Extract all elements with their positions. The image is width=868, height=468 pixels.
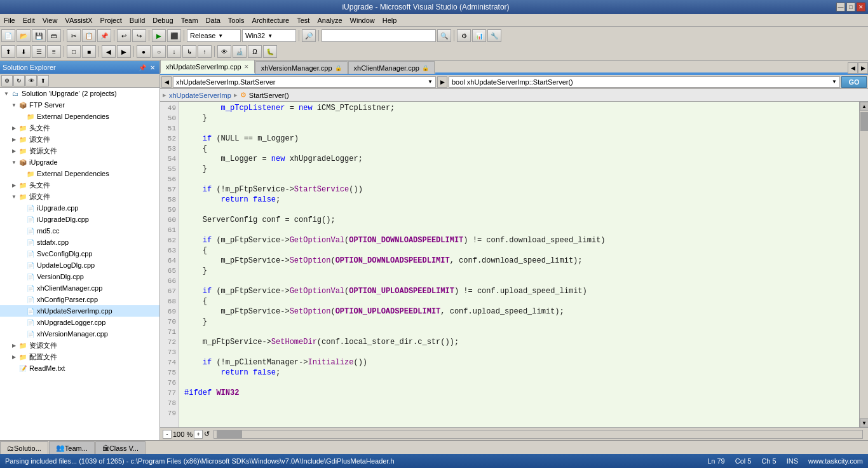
tb-saveall[interactable]: 🗃	[47, 29, 61, 42]
tb2-step2[interactable]: ↳	[182, 45, 196, 58]
menu-help[interactable]: Help	[379, 14, 401, 26]
tb2-nav-fwd[interactable]: ▶	[117, 45, 131, 58]
tree-ftp-res[interactable]: ▶ 📁 资源文件	[0, 145, 159, 156]
tb-paste[interactable]: 📌	[97, 29, 111, 42]
iupgrade-config-expand[interactable]: ▶	[10, 353, 18, 361]
se-refresh[interactable]: ↻	[13, 75, 25, 86]
menu-team[interactable]: Team	[177, 14, 202, 26]
tab-xhclientmanager[interactable]: xhClientManager.cpp 🔒	[348, 61, 435, 74]
menu-architecture[interactable]: Architecture	[248, 14, 294, 26]
tb2-5[interactable]: □	[67, 45, 81, 58]
tb-debug-stop[interactable]: ⬛	[167, 29, 181, 42]
tree-xhversionmgr-cpp[interactable]: 📄 xhVersionManager.cpp	[0, 328, 159, 340]
se-collapse[interactable]: ⬆	[37, 75, 49, 86]
h-scrollbar[interactable]	[214, 430, 863, 439]
tree-iupgrade[interactable]: ▼ 📦 iUpgrade	[0, 156, 159, 168]
go-button[interactable]: GO	[841, 76, 867, 88]
menu-view[interactable]: View	[39, 14, 62, 26]
tb2-step3[interactable]: ↑	[198, 45, 212, 58]
menu-debug[interactable]: Debug	[149, 14, 177, 26]
tb2-step[interactable]: ↓	[167, 45, 181, 58]
menu-data[interactable]: Data	[202, 14, 224, 26]
tree-solution[interactable]: ▼ 🗂 Solution 'iUpgrade' (2 projects)	[0, 88, 159, 99]
solution-expand-icon[interactable]: ▼	[3, 90, 10, 97]
tb-cut[interactable]: ✂	[67, 29, 81, 42]
menu-test[interactable]: Test	[293, 14, 313, 26]
search-input[interactable]	[322, 29, 436, 42]
ftp-header-expand[interactable]: ▶	[10, 124, 18, 132]
tree-xhclientmgr-cpp[interactable]: 📄 xhClientManager.cpp	[0, 282, 159, 294]
scroll-up[interactable]: ▲	[860, 102, 868, 111]
tree-ftp-server[interactable]: ▼ 📦 FTP Server	[0, 99, 159, 111]
tb2-3[interactable]: ☰	[32, 45, 46, 58]
tree-xhconfigparser-cpp[interactable]: 📄 xhConfigParser.cpp	[0, 294, 159, 305]
tree-iupgrade-header[interactable]: ▶ 📁 头文件	[0, 179, 159, 191]
se-close[interactable]: ✕	[148, 63, 157, 72]
tree-md5-cc[interactable]: 📄 md5.cc	[0, 225, 159, 237]
zoom-in[interactable]: +	[194, 430, 203, 439]
tb-search-go[interactable]: 🔍	[437, 29, 451, 42]
tab-scroll-left[interactable]: ◀	[848, 62, 858, 74]
tb2-watch[interactable]: 👁	[217, 45, 231, 58]
code-editor[interactable]: m_pTcpListener = new iCMS_PTcpListner; }…	[179, 102, 859, 427]
tb2-nav-back[interactable]: ◀	[102, 45, 116, 58]
zoom-reset[interactable]: ↺	[204, 430, 210, 438]
menu-window[interactable]: Window	[346, 14, 379, 26]
tb2-watch2[interactable]: 🔬	[233, 45, 247, 58]
iupgrade-expand[interactable]: ▼	[10, 158, 18, 166]
tb2-1[interactable]: ⬆	[1, 45, 15, 58]
tb2-mem[interactable]: Ω	[248, 45, 262, 58]
tb-copy[interactable]: 📋	[82, 29, 96, 42]
tab-xhversionmanager[interactable]: xhVersionManager.cpp 🔒	[255, 61, 348, 74]
menu-edit[interactable]: Edit	[19, 14, 39, 26]
se-pin[interactable]: 📌	[138, 63, 147, 72]
se-properties[interactable]: ⚙	[1, 75, 13, 86]
tb-more2[interactable]: 📊	[472, 29, 486, 42]
menu-analyze[interactable]: Analyze	[313, 14, 346, 26]
nav-left-prev[interactable]: ◀	[161, 76, 172, 88]
tree-readme[interactable]: 📝 ReadMe.txt	[0, 362, 159, 374]
iupgrade-extdeps-expand[interactable]	[18, 170, 25, 177]
scroll-thumb[interactable]	[860, 112, 868, 131]
tree-iupgrade-cpp[interactable]: 📄 iUpgrade.cpp	[0, 202, 159, 214]
tree-xhupgradelogger-cpp[interactable]: 📄 xhUpgradeLogger.cpp	[0, 317, 159, 328]
tree-ftp-header[interactable]: ▶ 📁 头文件	[0, 122, 159, 134]
menu-file[interactable]: File	[0, 14, 19, 26]
tab-scroll-right[interactable]: ▶	[858, 62, 868, 74]
tree-iupgrade-source[interactable]: ▼ 📁 源文件	[0, 191, 159, 202]
tb-debug-start[interactable]: ▶	[152, 29, 166, 42]
tree-iupgrade-res[interactable]: ▶ 📁 资源文件	[0, 340, 159, 351]
tb-icon1[interactable]: 🔎	[302, 29, 316, 42]
iupgrade-res-expand[interactable]: ▶	[10, 341, 18, 349]
tab-xhupdateserverimp[interactable]: xhUpdateServerImp.cpp ✕	[160, 60, 255, 74]
tree-svcconfig-cpp[interactable]: 📄 SvcConfigDlg.cpp	[0, 248, 159, 259]
tb-new[interactable]: 📄	[1, 29, 15, 42]
nav-class-next[interactable]: ▶	[437, 76, 447, 88]
tree-ftp-extdeps[interactable]: 📁 External Dependencies	[0, 111, 159, 122]
menu-build[interactable]: Build	[126, 14, 149, 26]
tree-iupgradedlg-cpp[interactable]: 📄 iUpgradeDlg.cpp	[0, 214, 159, 225]
tab-close-0[interactable]: ✕	[244, 64, 249, 70]
ftp-source-expand[interactable]: ▶	[10, 135, 18, 143]
release-dropdown[interactable]: Release ▼	[187, 29, 241, 42]
ftp-res-expand[interactable]: ▶	[10, 147, 18, 155]
ftp-expand-icon[interactable]: ▼	[10, 101, 18, 109]
platform-dropdown[interactable]: Win32 ▼	[242, 29, 296, 42]
tb2-bp[interactable]: ●	[137, 45, 151, 58]
tb-open[interactable]: 📂	[17, 29, 31, 42]
close-button[interactable]: ✕	[857, 3, 865, 11]
tb2-4[interactable]: ≡	[47, 45, 61, 58]
bottom-tab-class[interactable]: 🏛 Class V...	[95, 441, 146, 454]
tree-iupgrade-extdeps[interactable]: 📁 External Dependencies	[0, 168, 159, 179]
iupgrade-header-expand[interactable]: ▶	[10, 181, 18, 189]
bottom-tab-team[interactable]: 👥 Team...	[49, 441, 95, 454]
tb-save[interactable]: 💾	[32, 29, 46, 42]
maximize-button[interactable]: □	[846, 3, 855, 11]
tree-updatelog-cpp[interactable]: 📄 UpdateLogDlg.cpp	[0, 259, 159, 271]
tb-more3[interactable]: 🔧	[487, 29, 501, 42]
tree-ftp-source[interactable]: ▶ 📁 源文件	[0, 134, 159, 145]
tb2-bp2[interactable]: ○	[152, 45, 166, 58]
bottom-tab-solution[interactable]: 🗂 Solutio...	[0, 441, 48, 454]
tb2-dbg[interactable]: 🐛	[263, 45, 277, 58]
h-scroll-thumb[interactable]	[217, 430, 242, 438]
